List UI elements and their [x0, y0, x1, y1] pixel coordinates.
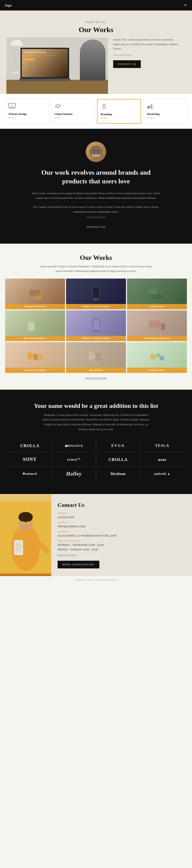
logo-text-unimed: ✚unimed — [23, 472, 37, 476]
branding-more[interactable]: MORE — [101, 117, 138, 119]
svg-text:SOLO+: SOLO+ — [89, 355, 97, 358]
svg-point-40 — [18, 512, 33, 522]
laptop-sub: Lorem ipsum dolor sit amet consectetur a… — [24, 54, 66, 56]
portfolio-grid: WEBSITE DESIGN MOBILE APPLICATION ANIMAT… — [5, 279, 187, 373]
website-more[interactable]: MORE — [8, 117, 45, 119]
address-label: ADDRESS: — [57, 530, 186, 533]
brand-section: Our work revolves around brands and prod… — [0, 129, 192, 244]
service-card-marketing[interactable]: Marketing MORE — [144, 99, 187, 124]
service-card-website[interactable]: Website Design MORE — [5, 99, 49, 124]
portfolio-title: Our Works — [5, 254, 187, 261]
svg-text:We are a: We are a — [16, 544, 21, 546]
brand-title: Our work revolves around brands and prod… — [32, 168, 160, 186]
hero-desk-scene: Dreadlocks & Weave Spa Lorem ipsum dolor… — [6, 37, 108, 94]
svg-rect-0 — [9, 103, 15, 108]
portfolio-item-website[interactable]: WEBSITE DESIGN — [5, 279, 65, 309]
brand-description: Amet luctus venenatis lectus magna fring… — [30, 191, 162, 200]
logo-unimed: ✚unimed — [8, 467, 52, 481]
website-title: Website Design — [8, 112, 45, 116]
portfolio-label-6: RESPONSIVE DESIGN — [127, 336, 187, 341]
marketing-more[interactable]: MORE — [147, 117, 184, 119]
email-value: INFO@SAMPLE.COM — [57, 525, 85, 528]
svg-rect-26 — [149, 321, 160, 328]
svg-text:Web Design: Web Design — [15, 546, 22, 548]
logo-sony: SONY — [8, 453, 52, 467]
clients-description: Paragraph. Lorem ipsum dolor sit amet, c… — [40, 412, 152, 432]
svg-rect-21 — [151, 295, 163, 299]
hero-text: Simple Text. Lorem ipsum dolor sit amet,… — [108, 37, 186, 73]
contact-person-area: We are a Web Design Agency — [0, 494, 51, 576]
svg-rect-22 — [28, 322, 35, 331]
hero-image-credit: Image from Freepik — [113, 53, 186, 57]
logo-tesla: TESLA — [140, 439, 185, 453]
portfolio-item-marketing[interactable]: MARKETING — [127, 342, 187, 373]
brand-image-credit: Images from Freepik — [86, 215, 106, 218]
logo-text-asos: asos — [158, 457, 166, 462]
service-cards: Website Design MORE Cloud Solution MORE … — [0, 94, 192, 129]
logo-android: android ▲ — [140, 467, 185, 481]
email-label: E-MAIL: — [57, 521, 186, 524]
hamburger-icon[interactable]: ≡ — [184, 3, 187, 8]
cloud-more[interactable]: MORE — [54, 117, 91, 119]
svg-rect-25 — [93, 319, 99, 330]
portfolio-label-2: MOBILE APPLICATION — [66, 304, 126, 309]
clients-section: Your name would be a great addition to t… — [0, 390, 192, 494]
service-card-cloud[interactable]: Cloud Solution MORE — [51, 99, 95, 124]
svg-point-44 — [45, 550, 50, 554]
logo-crocs: crocs™ — [52, 453, 96, 467]
logo-evga: EVGA — [96, 439, 140, 453]
logo-binance: ◆BINANCE — [52, 439, 96, 453]
hero-title: Our Works — [79, 26, 113, 34]
svg-point-36 — [159, 355, 165, 361]
svg-rect-29 — [33, 354, 38, 360]
svg-rect-28 — [27, 352, 33, 360]
footer-note-text: Sample Text. Click to select the Text El… — [75, 579, 117, 581]
logo-text-evga: EVGA — [111, 444, 125, 448]
book-consultation-button[interactable]: BOOK CONSULTATION — [57, 561, 99, 568]
website-icon — [8, 103, 45, 110]
logo-text-tesla: TESLA — [155, 444, 169, 448]
logo: logo — [5, 3, 12, 7]
contact-email-row: E-MAIL: INFO@SAMPLE.COM — [57, 521, 186, 528]
hero-description: Simple Text. Lorem ipsum dolor sit amet,… — [113, 37, 186, 51]
branding-icon — [101, 103, 138, 111]
contact-hours-row: OPENING HOURS: MONDAY – THURSDAY 10:00 -… — [57, 540, 186, 552]
svg-rect-7 — [149, 105, 151, 108]
portfolio-item-responsive[interactable]: RESPONSIVE DESIGN — [127, 310, 187, 341]
logo-medium: Medium — [96, 467, 140, 481]
service-card-branding[interactable]: Branding MORE — [97, 99, 141, 124]
desk-laptop: Dreadlocks & Weave Spa Lorem ipsum dolor… — [19, 48, 70, 81]
clients-title: Your name would be a great addition to t… — [8, 402, 184, 409]
contact-section: We are a Web Design Agency Contact Us PH… — [0, 494, 192, 576]
person-silhouette — [80, 39, 106, 81]
phone-value: (555)123-4567 — [57, 516, 75, 519]
svg-point-5 — [103, 105, 106, 107]
portfolio-item-digital[interactable]: DIGITAL PRODUCT — [5, 310, 65, 341]
portfolio-item-mobile1[interactable]: MOBILE APPLICATION — [66, 279, 126, 309]
logo-text-medium: Medium — [110, 472, 126, 476]
contact-us-button[interactable]: CONTACT US — [113, 60, 141, 68]
contact-address-row: ADDRESS: ALEXANDRIA, 12 WASHINGTOWN STR,… — [57, 530, 186, 538]
svg-point-34 — [150, 354, 156, 360]
portfolio-label-9: MARKETING — [127, 368, 187, 373]
person-background: We are a Web Design Agency — [0, 494, 51, 576]
portfolio-item-animations[interactable]: ANIMATIONS — [127, 279, 187, 309]
navbar: logo ≡ — [0, 0, 192, 10]
portfolio-label-5: MOBILE APPLICATION — [66, 336, 126, 341]
svg-rect-13 — [93, 151, 99, 154]
svg-rect-20 — [149, 289, 157, 294]
portfolio-header: Our Works Quam quisque id diam vel quam … — [5, 254, 187, 273]
brand-contact-button[interactable]: CONTACT US — [82, 223, 110, 231]
portfolio-item-branding[interactable]: SOLO+ BRANDING — [66, 342, 126, 373]
svg-rect-30 — [39, 353, 43, 360]
marketing-icon — [147, 103, 184, 110]
portfolio-label-1: WEBSITE DESIGN — [5, 304, 65, 309]
hours-label: OPENING HOURS: — [57, 540, 186, 542]
portfolio-item-mobile2[interactable]: MOBILE APPLICATION — [66, 310, 126, 341]
what-we-do-label: WHAT WE DO — [85, 21, 107, 24]
contact-image-credit: Image from Freepik — [57, 554, 186, 556]
cloud-title: Cloud Solution — [54, 112, 91, 116]
portfolio-section: Our Works Quam quisque id diam vel quam … — [0, 244, 192, 390]
portfolio-description: Quam quisque id diam vel quam elementum.… — [37, 264, 155, 273]
portfolio-item-graphic[interactable]: GRAPHIC DESIGN — [5, 342, 65, 373]
